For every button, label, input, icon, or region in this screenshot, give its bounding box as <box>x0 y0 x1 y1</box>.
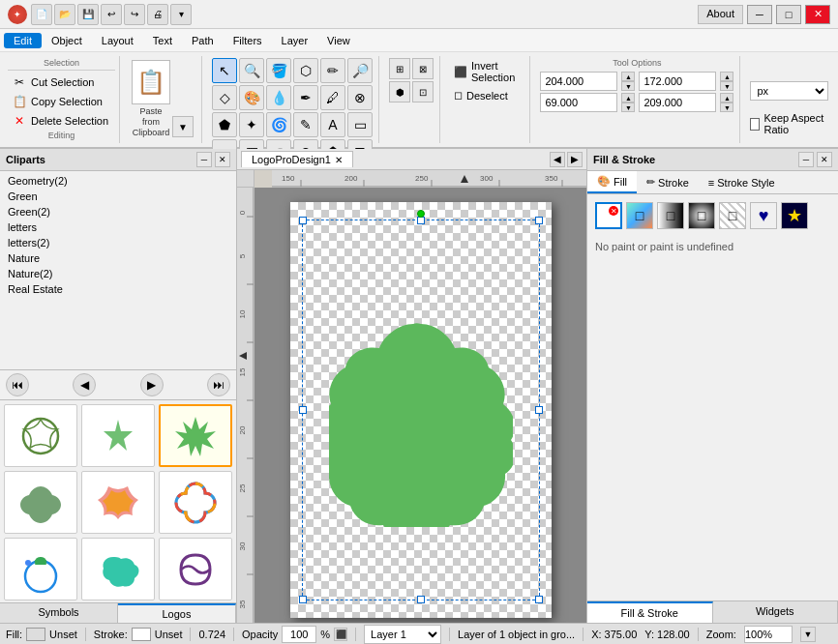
nav-first-btn[interactable]: ⏮ <box>6 373 29 396</box>
y-spin-down[interactable]: ▼ <box>720 81 733 91</box>
list-item[interactable]: Nature <box>2 250 234 266</box>
menu-filters[interactable]: Filters <box>224 33 272 48</box>
menu-path[interactable]: Path <box>182 33 224 48</box>
more-btn[interactable]: ▾ <box>170 4 192 25</box>
list-item[interactable]: Real Estate <box>2 281 234 297</box>
list-item[interactable]: Nature(2) <box>2 266 234 281</box>
shape-tool[interactable]: ⬟ <box>212 112 237 137</box>
list-item[interactable]: letters <box>2 220 234 235</box>
canvas-nav-prev[interactable]: ◀ <box>550 152 565 167</box>
canvas-nav-next[interactable]: ▶ <box>567 152 583 167</box>
handle-mr[interactable] <box>535 406 543 414</box>
aspect-checkbox[interactable] <box>750 118 760 131</box>
fs-minimize-btn[interactable]: ─ <box>798 152 814 167</box>
select2-tool[interactable]: ⬡ <box>293 58 318 83</box>
about-button[interactable]: About <box>698 5 743 24</box>
x-spin-down[interactable]: ▼ <box>621 81 635 91</box>
fill-swatch[interactable] <box>26 628 45 641</box>
print-btn[interactable]: 🖨 <box>147 4 168 25</box>
menu-edit[interactable]: Edit <box>4 33 42 48</box>
erase-tool[interactable]: ⊗ <box>347 85 373 110</box>
copy-selection-button[interactable]: 📋 Copy Selection <box>8 92 115 111</box>
tab-stroke[interactable]: ✏ Stroke <box>637 171 699 193</box>
handle-tl[interactable] <box>299 217 307 224</box>
list-item[interactable]: letters(2) <box>2 235 234 250</box>
opacity-input[interactable] <box>282 626 316 643</box>
delete-selection-button[interactable]: ✕ Delete Selection <box>8 111 115 131</box>
tab-fill[interactable]: 🎨 Fill <box>587 171 637 193</box>
select-all-btn[interactable]: ⊞ <box>389 58 410 79</box>
w-coord-input[interactable] <box>540 93 617 112</box>
list-item[interactable]: Green(2) <box>2 204 234 220</box>
deselect-button[interactable]: ◻ Deselect <box>450 87 524 103</box>
rect-tool[interactable]: ▭ <box>347 112 373 137</box>
canvas-tab[interactable]: LogoProDesign1 ✕ <box>241 151 353 167</box>
zoom-tool[interactable]: 🔍 <box>239 58 264 83</box>
stroke-swatch[interactable] <box>132 628 151 641</box>
x-spin-up[interactable]: ▲ <box>621 72 635 81</box>
zoom-down-btn[interactable]: ▼ <box>800 627 816 642</box>
save-btn[interactable]: 💾 <box>77 4 99 25</box>
tab-symbols[interactable]: Symbols <box>0 603 118 623</box>
layer-select[interactable]: Layer 1 <box>364 625 441 644</box>
handle-br[interactable] <box>535 596 543 603</box>
zoom2-tool[interactable]: 🔎 <box>347 58 373 83</box>
thumb-4[interactable] <box>4 471 77 534</box>
pattern-btn[interactable]: □ <box>719 202 746 229</box>
handle-bm[interactable] <box>417 596 425 603</box>
h-coord-input[interactable] <box>639 93 716 112</box>
menu-view[interactable]: View <box>317 33 360 48</box>
tab-logos[interactable]: Logos <box>118 603 236 623</box>
handle-bl[interactable] <box>299 596 307 603</box>
thumb-1[interactable] <box>4 404 77 467</box>
fill-tool[interactable]: 🪣 <box>266 58 291 83</box>
text-tool[interactable]: A <box>320 112 345 137</box>
star-btn[interactable]: ★ <box>781 202 808 229</box>
fs-close-btn[interactable]: ✕ <box>817 152 832 167</box>
list-item[interactable]: Geometry(2) <box>2 173 234 189</box>
menu-layout[interactable]: Layout <box>92 33 143 48</box>
select-touch-btn[interactable]: ⊡ <box>412 81 434 102</box>
zoom-input[interactable] <box>744 626 793 643</box>
new-btn[interactable]: 📄 <box>31 4 52 25</box>
thumb-6[interactable] <box>159 471 232 534</box>
canvas-tab-close[interactable]: ✕ <box>335 155 343 165</box>
x-coord-input[interactable] <box>540 72 617 91</box>
flat-color-btn[interactable]: □ <box>626 202 653 229</box>
select-tool[interactable]: ↖ <box>212 58 237 83</box>
handle-ml[interactable] <box>299 406 307 414</box>
y-spin-up[interactable]: ▲ <box>720 72 733 81</box>
no-paint-btn[interactable]: ✕ <box>595 202 622 229</box>
spiral-tool[interactable]: 🌀 <box>266 112 291 137</box>
thumb-8[interactable] <box>81 538 155 600</box>
undo-btn[interactable]: ↩ <box>101 4 122 25</box>
close-button[interactable]: ✕ <box>805 5 830 24</box>
star-tool[interactable]: ✦ <box>239 112 264 137</box>
bottom-tab-widgets[interactable]: Widgets <box>713 601 839 623</box>
menu-layer[interactable]: Layer <box>272 33 318 48</box>
tab-stroke-style[interactable]: ≡ Stroke Style <box>699 171 785 193</box>
select-same-btn[interactable]: ⬢ <box>389 81 410 102</box>
nav-prev-btn[interactable]: ◀ <box>73 373 96 396</box>
nav-last-btn[interactable]: ⏭ <box>207 373 230 396</box>
thumb-7[interactable] <box>4 538 77 600</box>
canvas-scroll[interactable] <box>254 188 586 623</box>
maximize-button[interactable]: □ <box>776 5 801 24</box>
cut-selection-button[interactable]: ✂ Cut Selection <box>8 73 115 92</box>
calligraphy-tool[interactable]: 🖊 <box>320 85 345 110</box>
rotation-handle[interactable] <box>417 210 425 218</box>
eyedropper-tool[interactable]: 💧 <box>266 85 291 110</box>
minimize-button[interactable]: ─ <box>747 5 772 24</box>
panel-minimize-btn[interactable]: ─ <box>196 152 212 167</box>
h-spin-up[interactable]: ▲ <box>720 93 733 102</box>
h-spin-down[interactable]: ▼ <box>720 102 733 112</box>
thumb-3[interactable] <box>159 404 232 467</box>
handle-tr[interactable] <box>535 217 543 224</box>
thumb-9[interactable] <box>159 538 232 600</box>
list-item[interactable]: Green <box>2 189 234 204</box>
pencil2-tool[interactable]: ✎ <box>293 112 318 137</box>
y-coord-input[interactable] <box>639 72 716 91</box>
w-spin-down[interactable]: ▼ <box>621 102 635 112</box>
paste-option-btn[interactable]: ▼ <box>172 116 194 137</box>
w-spin-up[interactable]: ▲ <box>621 93 635 102</box>
